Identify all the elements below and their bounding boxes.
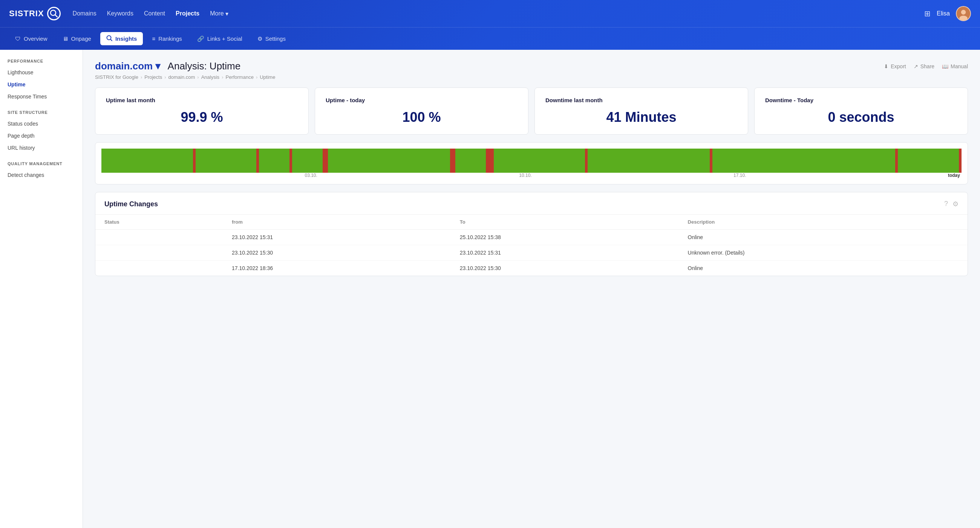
subnav-links-social[interactable]: 🔗 Links + Social xyxy=(191,32,248,45)
chart-label-1710: 17.10. xyxy=(733,173,746,178)
subnav-settings[interactable]: ⚙ Settings xyxy=(251,32,292,45)
export-button[interactable]: ⬇ Export xyxy=(884,63,906,69)
table-row: 23.10.2022 15:30 23.10.2022 15:31 Unknow… xyxy=(95,245,967,261)
onpage-icon: 🖥 xyxy=(62,35,68,42)
manual-button[interactable]: 📖 Manual xyxy=(942,63,968,69)
subnav-insights[interactable]: Insights xyxy=(100,32,143,45)
col-to: To xyxy=(451,215,679,230)
chevron-down-icon: ▾ xyxy=(225,10,228,18)
table-row: 17.10.2022 18:36 23.10.2022 15:30 Online xyxy=(95,261,967,276)
nav-content[interactable]: Content xyxy=(144,10,165,17)
breadcrumb-analysis[interactable]: Analysis xyxy=(201,74,220,80)
breadcrumb-projects[interactable]: Projects xyxy=(144,74,162,80)
subnav-rankings[interactable]: ≡ Rankings xyxy=(146,32,188,45)
manual-icon: 📖 xyxy=(942,63,948,69)
share-icon: ↗ xyxy=(914,63,918,69)
svg-line-1 xyxy=(55,15,57,17)
sidebar-section-title-quality-management: QUALITY MANAGEMENT xyxy=(0,161,83,169)
help-icon[interactable]: ? xyxy=(944,200,948,208)
breadcrumb-domain[interactable]: domain.com xyxy=(169,74,195,80)
chart-label-1010: 10.10. xyxy=(519,173,531,178)
metric-cards: Uptime last month 99.9 % Uptime - today … xyxy=(95,88,968,135)
sidebar-item-detect-changes[interactable]: Detect changes xyxy=(0,169,83,181)
sidebar-item-lighthouse[interactable]: Lighthouse xyxy=(0,66,83,78)
settings-table-icon[interactable]: ⚙ xyxy=(953,200,959,208)
card-label-downtime-last-month: Downtime last month xyxy=(546,97,737,103)
chart-label-today: today xyxy=(948,173,960,178)
cell-to-2: 23.10.2022 15:30 xyxy=(451,261,679,276)
card-value-downtime-today: 0 seconds xyxy=(765,109,957,125)
sidebar-section-site-structure: SITE STRUCTURE Status codes Page depth U… xyxy=(0,110,83,154)
col-description: Description xyxy=(679,215,967,230)
uptime-changes-table: Status from To Description 23.10.2022 15… xyxy=(95,215,967,276)
main-container: PERFORMANCE Lighthouse Uptime Response T… xyxy=(0,50,980,528)
nav-keywords[interactable]: Keywords xyxy=(107,10,134,17)
card-label-downtime-today: Downtime - Today xyxy=(765,97,957,103)
logo[interactable]: SISTRIX xyxy=(9,7,61,20)
domain-link[interactable]: domain.com ▾ xyxy=(95,61,163,72)
sidebar-item-page-depth[interactable]: Page depth xyxy=(0,130,83,142)
sidebar-item-url-history[interactable]: URL history xyxy=(0,142,83,154)
nav-right: ⊞ Elisa xyxy=(924,6,971,21)
logo-icon xyxy=(47,7,61,20)
chart-labels: 03.10. 10.10. 17.10. today xyxy=(102,173,961,178)
cell-to-1: 23.10.2022 15:31 xyxy=(451,245,679,261)
main-content: domain.com ▾ Analysis: Uptime ⬇ Export ↗… xyxy=(83,50,980,528)
breadcrumb-performance[interactable]: Performance xyxy=(225,74,253,80)
sidebar-section-title-performance: PERFORMANCE xyxy=(0,59,83,66)
breadcrumb: SISTRIX for Google › Projects › domain.c… xyxy=(95,74,968,80)
card-value-downtime-last-month: 41 Minutes xyxy=(546,109,737,125)
svg-point-3 xyxy=(961,10,966,15)
breadcrumb-sistrix[interactable]: SISTRIX for Google xyxy=(95,74,138,80)
svg-line-6 xyxy=(110,39,112,41)
top-navigation: SISTRIX Domains Keywords Content Project… xyxy=(0,0,980,27)
logo-text: SISTRIX xyxy=(9,9,44,19)
sidebar-section-quality-management: QUALITY MANAGEMENT Detect changes xyxy=(0,161,83,181)
share-button[interactable]: ↗ Share xyxy=(914,63,934,69)
cell-status-2 xyxy=(95,261,223,276)
cell-from-1: 23.10.2022 15:30 xyxy=(223,245,451,261)
breadcrumb-uptime[interactable]: Uptime xyxy=(260,74,275,80)
subnav-overview[interactable]: 🛡 Overview xyxy=(9,32,54,45)
table-title: Uptime Changes xyxy=(104,200,158,208)
page-title: domain.com ▾ Analysis: Uptime xyxy=(95,61,240,72)
links-icon: 🔗 xyxy=(197,35,204,42)
export-icon: ⬇ xyxy=(884,63,888,69)
chart-label-0310: 03.10. xyxy=(305,173,317,178)
card-uptime-last-month: Uptime last month 99.9 % xyxy=(95,88,309,135)
nav-left: SISTRIX Domains Keywords Content Project… xyxy=(9,7,228,20)
page-title-row: domain.com ▾ Analysis: Uptime ⬇ Export ↗… xyxy=(95,61,968,72)
sidebar-item-status-codes[interactable]: Status codes xyxy=(0,118,83,130)
col-status: Status xyxy=(95,215,223,230)
cell-status-0 xyxy=(95,230,223,245)
card-downtime-today: Downtime - Today 0 seconds xyxy=(754,88,968,135)
table-header: Uptime Changes ? ⚙ xyxy=(95,192,967,215)
cell-to-0: 25.10.2022 15:38 xyxy=(451,230,679,245)
domain-chevron-icon: ▾ xyxy=(155,61,160,72)
card-value-uptime-today: 100 % xyxy=(326,109,517,125)
table-header-actions: ? ⚙ xyxy=(944,200,959,208)
card-label-uptime-today: Uptime - today xyxy=(326,97,517,103)
main-nav-items: Domains Keywords Content Projects More ▾ xyxy=(73,10,228,18)
cell-from-2: 17.10.2022 18:36 xyxy=(223,261,451,276)
avatar[interactable] xyxy=(956,6,971,21)
table-header-row: Status from To Description xyxy=(95,215,967,230)
uptime-chart-container: 03.10. 10.10. 17.10. today xyxy=(95,142,968,184)
card-label-uptime-last-month: Uptime last month xyxy=(106,97,298,103)
page-header: domain.com ▾ Analysis: Uptime ⬇ Export ↗… xyxy=(95,61,968,80)
nav-more[interactable]: More ▾ xyxy=(210,10,228,18)
subnav-onpage[interactable]: 🖥 Onpage xyxy=(57,32,97,45)
settings-icon: ⚙ xyxy=(258,35,262,42)
nav-projects[interactable]: Projects xyxy=(176,10,199,17)
sidebar-section-performance: PERFORMANCE Lighthouse Uptime Response T… xyxy=(0,59,83,102)
nav-domains[interactable]: Domains xyxy=(73,10,97,17)
grid-icon[interactable]: ⊞ xyxy=(924,9,931,18)
uptime-changes-section: Uptime Changes ? ⚙ Status from To Descri… xyxy=(95,192,968,276)
sidebar: PERFORMANCE Lighthouse Uptime Response T… xyxy=(0,50,83,528)
sidebar-item-uptime[interactable]: Uptime xyxy=(0,78,83,91)
cell-description-1: Unknown error. (Details) xyxy=(679,245,967,261)
sidebar-item-response-times[interactable]: Response Times xyxy=(0,91,83,102)
table-row: 23.10.2022 15:31 25.10.2022 15:38 Online xyxy=(95,230,967,245)
cell-status-1 xyxy=(95,245,223,261)
cell-description-0: Online xyxy=(679,230,967,245)
